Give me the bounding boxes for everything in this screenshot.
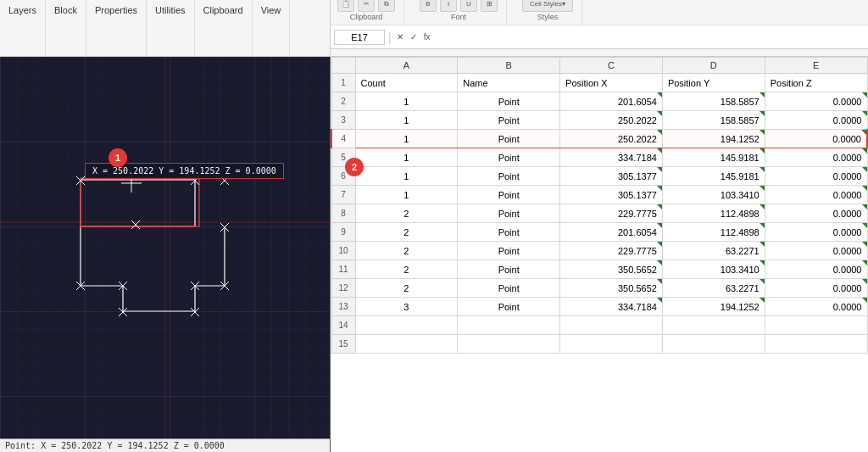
cell-B14[interactable] bbox=[458, 316, 560, 335]
cell-D10[interactable]: 63.2271 bbox=[662, 242, 765, 260]
paste-button[interactable]: 📋 bbox=[337, 0, 354, 12]
cell-B4[interactable]: Point bbox=[458, 130, 560, 148]
cell-E13[interactable]: 0.0000 bbox=[765, 298, 867, 316]
cell-C7[interactable]: 305.1377 bbox=[560, 186, 663, 204]
tab-view[interactable]: View bbox=[253, 0, 291, 56]
cell-C5[interactable]: 334.7184 bbox=[560, 148, 663, 167]
cell-E5[interactable]: 0.0000 bbox=[765, 148, 867, 167]
cell-B13[interactable]: Point bbox=[458, 298, 560, 316]
cell-B9[interactable]: Point bbox=[458, 223, 560, 242]
cell-A3[interactable]: 1 bbox=[355, 111, 458, 130]
table-row[interactable]: 133Point334.7184194.12520.0000 bbox=[331, 298, 867, 316]
table-row[interactable]: 71Point305.1377103.34100.0000 bbox=[331, 186, 867, 204]
cell-A11[interactable]: 2 bbox=[355, 260, 458, 279]
tab-properties[interactable]: Properties bbox=[86, 0, 147, 56]
formula-input[interactable] bbox=[435, 31, 865, 44]
underline-button[interactable]: U bbox=[460, 0, 477, 12]
cell-B6[interactable]: Point bbox=[458, 167, 560, 186]
cell-C9[interactable]: 201.6054 bbox=[560, 223, 663, 242]
cell-A8[interactable]: 2 bbox=[355, 204, 458, 223]
cancel-formula-button[interactable]: ✕ bbox=[395, 32, 405, 42]
cell-C6[interactable]: 305.1377 bbox=[560, 167, 663, 186]
cell-A4[interactable]: 1 bbox=[355, 130, 458, 148]
cell-A7[interactable]: 1 bbox=[355, 186, 458, 204]
cell-C10[interactable]: 229.7775 bbox=[560, 242, 663, 260]
cell-B5[interactable]: Point bbox=[458, 148, 560, 167]
cell-E3[interactable]: 0.0000 bbox=[765, 111, 867, 130]
excel-table-container[interactable]: A B C D E 1CountNamePosition XPosition Y… bbox=[331, 57, 868, 452]
cell-D5[interactable]: 145.9181 bbox=[662, 148, 765, 167]
table-row[interactable]: 102Point229.777563.22710.0000 bbox=[331, 242, 867, 260]
cell-styles-button[interactable]: Cell Styles▾ bbox=[522, 0, 573, 12]
cell-B3[interactable]: Point bbox=[458, 111, 560, 130]
cell-E14[interactable] bbox=[765, 316, 867, 335]
cell-A9[interactable]: 2 bbox=[355, 223, 458, 242]
cell-C2[interactable]: 201.6054 bbox=[560, 92, 663, 111]
col-header-D[interactable]: D bbox=[662, 58, 765, 74]
italic-button[interactable]: I bbox=[440, 0, 457, 12]
cell-E9[interactable]: 0.0000 bbox=[765, 223, 867, 242]
col-header-A[interactable]: A bbox=[355, 58, 458, 74]
col-header-E[interactable]: E bbox=[765, 58, 867, 74]
cell-A2[interactable]: 1 bbox=[355, 92, 458, 111]
cell-E8[interactable]: 0.0000 bbox=[765, 204, 867, 223]
insert-function-button[interactable]: fx bbox=[422, 32, 432, 42]
cell-C13[interactable]: 334.7184 bbox=[560, 298, 663, 316]
cell-D2[interactable]: 158.5857 bbox=[662, 92, 765, 111]
cell-B2[interactable]: Point bbox=[458, 92, 560, 111]
cell-A13[interactable]: 3 bbox=[355, 298, 458, 316]
cell-D12[interactable]: 63.2271 bbox=[662, 279, 765, 298]
cell-reference-input[interactable] bbox=[334, 30, 385, 45]
cell-E6[interactable]: 0.0000 bbox=[765, 167, 867, 186]
table-row[interactable]: 41Point250.2022194.12520.0000 bbox=[331, 130, 867, 148]
table-row[interactable]: 1CountNamePosition XPosition YPosition Z bbox=[331, 74, 867, 92]
cell-B11[interactable]: Point bbox=[458, 260, 560, 279]
cell-E10[interactable]: 0.0000 bbox=[765, 242, 867, 260]
cell-C12[interactable]: 350.5652 bbox=[560, 279, 663, 298]
cell-E1[interactable]: Position Z bbox=[765, 74, 867, 92]
cell-A14[interactable] bbox=[355, 316, 458, 335]
tab-clipboard[interactable]: Clipboard bbox=[195, 0, 253, 56]
table-row[interactable]: 21Point201.6054158.58570.0000 bbox=[331, 92, 867, 111]
cell-B15[interactable] bbox=[458, 335, 560, 354]
tab-block[interactable]: Block bbox=[46, 0, 86, 56]
cell-D6[interactable]: 145.9181 bbox=[662, 167, 765, 186]
cell-D4[interactable]: 194.1252 bbox=[662, 130, 765, 148]
cell-D3[interactable]: 158.5857 bbox=[662, 111, 765, 130]
table-row[interactable]: 122Point350.565263.22710.0000 bbox=[331, 279, 867, 298]
table-row[interactable]: 14 bbox=[331, 316, 867, 335]
cut-button[interactable]: ✂ bbox=[358, 0, 375, 12]
cell-C3[interactable]: 250.2022 bbox=[560, 111, 663, 130]
cell-E15[interactable] bbox=[765, 335, 867, 354]
cell-D13[interactable]: 194.1252 bbox=[662, 298, 765, 316]
cell-E11[interactable]: 0.0000 bbox=[765, 260, 867, 279]
cell-D11[interactable]: 103.3410 bbox=[662, 260, 765, 279]
cell-C4[interactable]: 250.2022 bbox=[560, 130, 663, 148]
cell-E4[interactable]: 0.0000 bbox=[765, 130, 867, 148]
cell-A12[interactable]: 2 bbox=[355, 279, 458, 298]
tab-utilities[interactable]: Utilities bbox=[147, 0, 194, 56]
cell-A15[interactable] bbox=[355, 335, 458, 354]
cell-B12[interactable]: Point bbox=[458, 279, 560, 298]
cell-A10[interactable]: 2 bbox=[355, 242, 458, 260]
copy-button[interactable]: ⧉ bbox=[378, 0, 395, 12]
cell-C8[interactable]: 229.7775 bbox=[560, 204, 663, 223]
table-row[interactable]: 112Point350.5652103.34100.0000 bbox=[331, 260, 867, 279]
confirm-formula-button[interactable]: ✓ bbox=[409, 32, 419, 42]
table-row[interactable]: 51Point334.7184145.91810.0000 bbox=[331, 148, 867, 167]
cell-B1[interactable]: Name bbox=[458, 74, 560, 92]
cell-C11[interactable]: 350.5652 bbox=[560, 260, 663, 279]
cell-D1[interactable]: Position Y bbox=[662, 74, 765, 92]
cell-C1[interactable]: Position X bbox=[560, 74, 663, 92]
cell-A6[interactable]: 1 bbox=[355, 167, 458, 186]
cell-B10[interactable]: Point bbox=[458, 242, 560, 260]
cell-B8[interactable]: Point bbox=[458, 204, 560, 223]
cell-A1[interactable]: Count bbox=[355, 74, 458, 92]
cell-D7[interactable]: 103.3410 bbox=[662, 186, 765, 204]
cell-D8[interactable]: 112.4898 bbox=[662, 204, 765, 223]
cell-E2[interactable]: 0.0000 bbox=[765, 92, 867, 111]
cell-D14[interactable] bbox=[662, 316, 765, 335]
cell-E7[interactable]: 0.0000 bbox=[765, 186, 867, 204]
cell-C14[interactable] bbox=[560, 316, 663, 335]
table-row[interactable]: 15 bbox=[331, 335, 867, 354]
